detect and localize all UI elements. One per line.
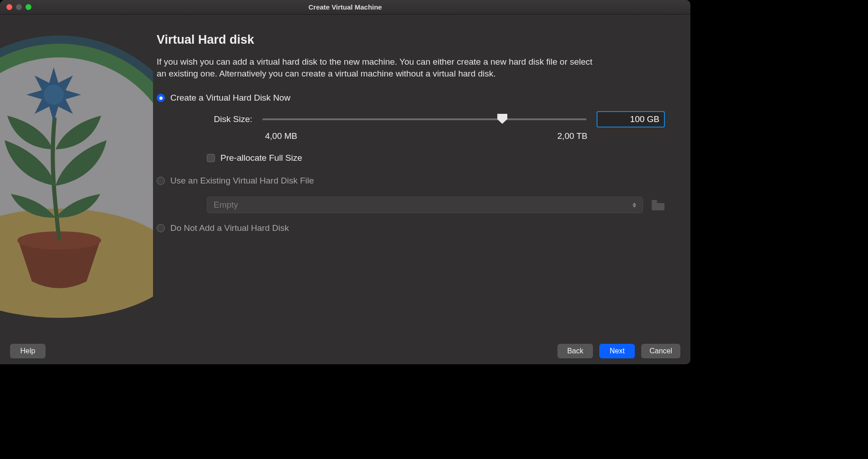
- radio-create-now[interactable]: [157, 94, 165, 102]
- help-button[interactable]: Help: [10, 344, 46, 358]
- option-create-now-label: Create a Virtual Hard Disk Now: [170, 93, 291, 103]
- window-controls: [6, 4, 31, 10]
- existing-file-dropdown[interactable]: Empty: [207, 197, 643, 213]
- minimize-window-button[interactable]: [16, 4, 22, 10]
- option-use-existing-label: Use an Existing Virtual Hard Disk File: [170, 176, 314, 186]
- radio-use-existing[interactable]: [157, 177, 165, 185]
- option-use-existing[interactable]: Use an Existing Virtual Hard Disk File: [157, 176, 665, 186]
- existing-file-selected: Empty: [214, 200, 238, 210]
- option-create-now[interactable]: Create a Virtual Hard Disk Now: [157, 93, 665, 103]
- page-description: If you wish you can add a virtual hard d…: [157, 56, 603, 79]
- wizard-illustration: [0, 15, 153, 364]
- existing-file-row: Empty: [207, 197, 665, 213]
- window-title: Create Virtual Machine: [0, 3, 690, 11]
- create-vm-window: Create Virtual Machine: [0, 0, 690, 364]
- disk-size-label: Disk Size:: [207, 114, 252, 124]
- disk-size-input[interactable]: [597, 111, 665, 128]
- preallocate-checkbox[interactable]: [207, 154, 215, 162]
- close-window-button[interactable]: [6, 4, 12, 10]
- browse-file-button[interactable]: [651, 199, 665, 210]
- radio-do-not-add[interactable]: [157, 224, 165, 232]
- option-do-not-add-label: Do Not Add a Virtual Hard Disk: [170, 223, 289, 233]
- preallocate-label: Pre-allocate Full Size: [220, 153, 302, 163]
- maximize-window-button[interactable]: [26, 4, 31, 10]
- disk-size-min: 4,00 MB: [265, 131, 297, 141]
- plant-illustration: [0, 26, 153, 345]
- wizard-footer: Help Back Next Cancel: [0, 338, 690, 364]
- cancel-button[interactable]: Cancel: [641, 344, 680, 358]
- page-title: Virtual Hard disk: [157, 33, 665, 47]
- option-do-not-add[interactable]: Do Not Add a Virtual Hard Disk: [157, 223, 665, 233]
- disk-size-group: Disk Size: 4,00 MB 2,00 TB Pre-allocate …: [207, 111, 665, 163]
- next-button[interactable]: Next: [599, 344, 635, 358]
- back-button[interactable]: Back: [557, 344, 593, 358]
- titlebar: Create Virtual Machine: [0, 0, 690, 15]
- chevron-updown-icon: [633, 203, 636, 208]
- preallocate-row[interactable]: Pre-allocate Full Size: [207, 153, 665, 163]
- slider-track: [262, 118, 587, 120]
- slider-thumb[interactable]: [497, 114, 507, 124]
- disk-size-max: 2,00 TB: [557, 131, 587, 141]
- disk-size-slider[interactable]: [262, 114, 587, 124]
- svg-point-6: [44, 85, 64, 105]
- wizard-content: Virtual Hard disk If you wish you can ad…: [153, 15, 690, 364]
